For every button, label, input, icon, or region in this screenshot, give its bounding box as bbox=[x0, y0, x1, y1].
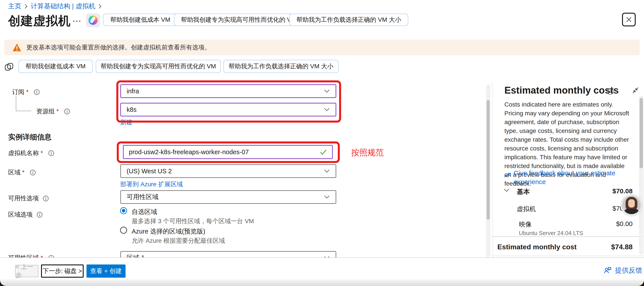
cost-image-value: $0.00 bbox=[616, 220, 632, 227]
breadcrumb-home-link[interactable]: 主页 bbox=[8, 2, 21, 11]
resource-group-label: 资源组* bbox=[36, 107, 70, 116]
suggest-low-cost-button[interactable]: 帮助我创建低成本 VM bbox=[18, 60, 93, 73]
region-label: 区域* bbox=[8, 168, 36, 177]
divider bbox=[492, 236, 644, 237]
required-asterisk: * bbox=[40, 150, 43, 156]
vm-name-input[interactable]: prod-usw2-k8s-freeleaps-worker-nodes-07 bbox=[123, 145, 333, 159]
assistant-avatar[interactable] bbox=[621, 194, 642, 216]
create-vm-blade: 主页 计算基础结构 | 虚拟机 创建虚拟机 ⋯ 帮助我创建低成本 VM 帮助我创… bbox=[0, 0, 644, 286]
resource-group-value: k8s bbox=[127, 106, 136, 113]
breadcrumb: 主页 计算基础结构 | 虚拟机 bbox=[8, 2, 105, 11]
availability-zone-label: 可用性区域* bbox=[8, 254, 54, 257]
copilot-outline-icon bbox=[4, 62, 14, 73]
copilot-suggest-ha-button[interactable]: 帮助我创建专为实现高可用性而优化的 VM bbox=[174, 14, 303, 26]
feedback-person-icon bbox=[603, 266, 612, 275]
cost-panel-title: Estimated monthly costs bbox=[504, 85, 619, 96]
next-disks-button[interactable]: 下一步: 磁盘 > bbox=[41, 264, 84, 278]
chevron-down-icon bbox=[324, 89, 330, 93]
required-asterisk: * bbox=[26, 89, 28, 95]
close-button[interactable] bbox=[622, 13, 636, 26]
chevron-right-icon bbox=[24, 4, 28, 10]
feedback-link-label: 提供反馈 bbox=[615, 266, 642, 275]
zone-options-label: 区域选项 bbox=[8, 210, 42, 219]
cost-image-label: 映像 bbox=[519, 220, 532, 229]
close-icon bbox=[626, 16, 632, 23]
info-icon[interactable] bbox=[64, 109, 70, 116]
cost-vm-label: 虚拟机 bbox=[517, 205, 536, 213]
previous-button[interactable]: < 上一步 bbox=[15, 265, 38, 277]
create-new-resource-group-link[interactable]: 新建 bbox=[120, 118, 132, 127]
warning-banner: 更改基本选项可能会重置所做的选择。创建虚拟机前查看所有选项。 bbox=[4, 40, 640, 55]
total-cost-label: Estimated monthly cost bbox=[498, 243, 576, 251]
total-cost-value: $74.88 bbox=[611, 243, 632, 251]
radio-dot bbox=[122, 209, 125, 212]
required-asterisk: * bbox=[22, 169, 24, 176]
availability-options-value: 可用性区域 bbox=[127, 193, 158, 201]
cost-group-label: 基本 bbox=[517, 187, 530, 196]
edge-zone-link[interactable]: 部署到 Azure 扩展区域 bbox=[120, 180, 183, 188]
availability-zone-value: 区域 1 bbox=[127, 253, 145, 257]
availability-options-label: 可用性选项 bbox=[8, 194, 49, 203]
info-icon[interactable] bbox=[34, 89, 40, 97]
resource-group-dropdown[interactable]: k8s bbox=[120, 103, 336, 116]
panel-scrollbar-thumb[interactable] bbox=[640, 98, 643, 168]
expand-basic-chevron-icon[interactable] bbox=[504, 188, 510, 193]
zone-azure-desc: 允许 Azure 根据需要分配最佳区域 bbox=[132, 236, 225, 245]
chevron-down-icon bbox=[324, 108, 330, 112]
divider bbox=[492, 256, 644, 256]
warning-text: 更改基本选项可能会重置所做的选择。创建虚拟机前查看所有选项。 bbox=[26, 43, 211, 52]
suggest-size-button[interactable]: 帮助我为工作负载选择正确的 VM 大小 bbox=[224, 60, 338, 73]
chevron-down-icon bbox=[324, 169, 330, 173]
copilot-icon bbox=[88, 16, 98, 25]
zone-self-label[interactable]: 自选区域 bbox=[132, 208, 157, 216]
copilot-suggest-size-button[interactable]: 帮助我为工作负载选择正确的 VM 大小 bbox=[289, 14, 408, 26]
window-bottom-edge bbox=[0, 279, 644, 286]
annotation-text: 按照规范 bbox=[351, 147, 384, 158]
collapse-panel-icon[interactable] bbox=[632, 87, 639, 95]
chevron-down-icon bbox=[324, 195, 330, 199]
required-asterisk: * bbox=[56, 108, 59, 115]
zone-azure-radio[interactable] bbox=[120, 227, 127, 234]
more-options-button[interactable]: ⋯ bbox=[72, 16, 82, 26]
info-icon[interactable] bbox=[43, 195, 49, 203]
availability-zone-dropdown[interactable]: 区域 1 bbox=[120, 251, 336, 257]
info-icon[interactable] bbox=[48, 150, 54, 158]
zone-azure-label[interactable]: Azure 选择的区域(预览版) bbox=[132, 227, 205, 236]
breadcrumb-section-link[interactable]: 计算基础结构 | 虚拟机 bbox=[31, 2, 95, 11]
valid-check-icon bbox=[320, 149, 327, 155]
warning-icon bbox=[12, 43, 22, 52]
subscription-value: infra bbox=[127, 88, 139, 95]
zone-self-desc: 最多选择 3 个可用性区域，每个区域一台 VM bbox=[132, 217, 254, 225]
availability-options-dropdown[interactable]: 可用性区域 bbox=[120, 190, 336, 204]
cost-image-sub: Ubuntu Server 24.04 LTS bbox=[519, 230, 583, 236]
required-asterisk: * bbox=[40, 254, 43, 257]
info-icon[interactable] bbox=[48, 255, 54, 257]
review-create-button[interactable]: 查看 + 创建 bbox=[86, 264, 126, 278]
give-feedback[interactable]: 提供反馈 bbox=[603, 266, 642, 275]
info-icon[interactable] bbox=[37, 212, 42, 219]
region-dropdown[interactable]: (US) West US 2 bbox=[120, 164, 336, 178]
vm-name-label: 虚拟机名称* bbox=[8, 149, 54, 158]
basics-form: 订阅* infra 资源组* k8s 新建 实例详细信息 bbox=[0, 79, 486, 257]
zone-self-radio[interactable] bbox=[120, 207, 127, 214]
vm-name-value: prod-usw2-k8s-freeleaps-worker-nodes-07 bbox=[129, 148, 249, 156]
copilot-button[interactable] bbox=[86, 13, 100, 27]
feedback-bubbles-icon bbox=[504, 171, 512, 180]
subscription-label: 订阅* bbox=[12, 88, 40, 97]
suggest-ha-button[interactable]: 帮助我创建专为实现高可用性而优化的 VM bbox=[96, 60, 221, 73]
tree-connector bbox=[16, 96, 16, 111]
tree-connector bbox=[16, 111, 31, 111]
chevron-right-icon bbox=[98, 4, 102, 10]
instance-details-heading: 实例详细信息 bbox=[8, 132, 52, 142]
info-icon[interactable] bbox=[30, 170, 36, 177]
region-value: (US) West US 2 bbox=[127, 168, 172, 175]
subscription-dropdown[interactable]: infra bbox=[120, 84, 336, 98]
page-title: 创建虚拟机 bbox=[8, 13, 71, 30]
cost-panel: Estimated monthly costs Costs indicated … bbox=[492, 79, 644, 257]
copilot-suggest-low-cost-button[interactable]: 帮助我创建低成本 VM bbox=[103, 14, 177, 26]
cost-group-value: $70.08 bbox=[612, 187, 632, 195]
info-icon[interactable] bbox=[607, 88, 614, 96]
footer-divider bbox=[0, 257, 644, 258]
main-scrollbar-thumb[interactable] bbox=[486, 100, 490, 220]
estimate-feedback-link[interactable]: Give feedback about your estimate experi… bbox=[514, 169, 632, 186]
